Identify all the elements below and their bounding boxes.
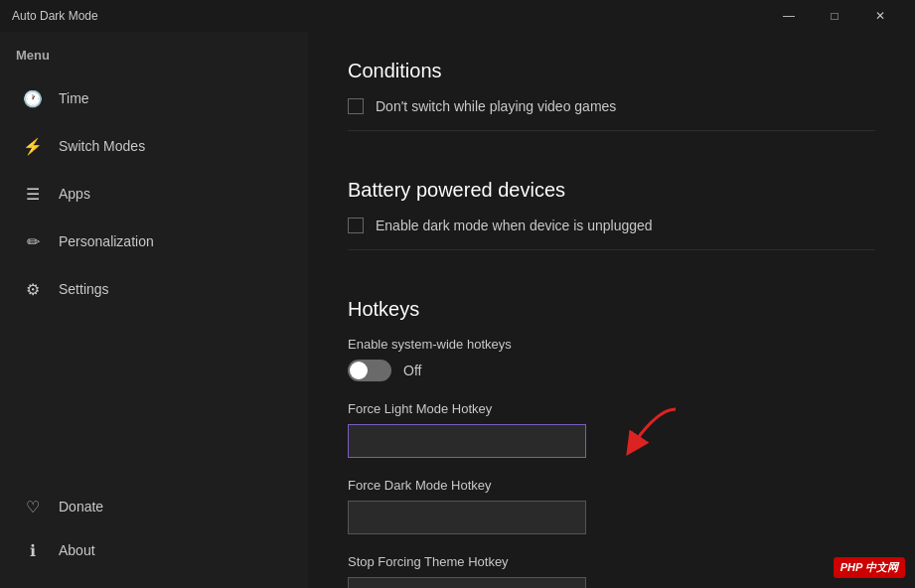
sidebar-item-apps[interactable]: ☰ Apps: [0, 170, 308, 218]
sidebar-item-personalization-label: Personalization: [59, 233, 154, 249]
about-icon: ℹ: [23, 540, 43, 560]
sidebar-bottom: ♡ Donate ℹ About: [0, 485, 308, 588]
menu-label: Menu: [0, 40, 308, 74]
battery-title: Battery powered devices: [348, 151, 875, 218]
sidebar-item-switch-modes-label: Switch Modes: [59, 138, 145, 154]
force-light-input[interactable]: [348, 424, 586, 458]
toggle-knob: [350, 362, 368, 379]
sidebar-item-time[interactable]: 🕐 Time: [0, 74, 308, 122]
force-light-label: Force Light Mode Hotkey: [348, 401, 875, 416]
donate-icon: ♡: [23, 497, 43, 516]
sidebar-item-apps-label: Apps: [59, 186, 90, 202]
apps-icon: ☰: [23, 184, 43, 204]
video-games-checkbox[interactable]: [348, 98, 364, 114]
title-bar: Auto Dark Mode — □ ✕: [0, 0, 915, 32]
sidebar-item-switch-modes[interactable]: ⚡ Switch Modes: [0, 122, 308, 170]
maximize-button[interactable]: □: [812, 0, 857, 32]
stop-forcing-input[interactable]: [348, 577, 586, 588]
window-controls: — □ ✕: [766, 0, 903, 32]
divider-1: [348, 130, 875, 131]
toggle-row: Off: [348, 360, 875, 381]
force-dark-input[interactable]: [348, 501, 586, 534]
app-title: Auto Dark Mode: [12, 9, 766, 23]
time-icon: 🕐: [23, 88, 43, 108]
sidebar-item-time-label: Time: [59, 90, 89, 106]
app-container: Menu 🕐 Time ⚡ Switch Modes ☰ Apps ✏ Pers…: [0, 32, 915, 588]
dark-mode-unplugged-checkbox[interactable]: [348, 218, 364, 233]
minimize-button[interactable]: —: [766, 0, 812, 32]
video-games-row: Don't switch while playing video games: [348, 98, 875, 114]
system-hotkeys-label: Enable system-wide hotkeys: [348, 337, 875, 352]
close-button[interactable]: ✕: [857, 0, 903, 32]
php-watermark: PHP 中文网: [834, 557, 905, 578]
force-dark-label: Force Dark Mode Hotkey: [348, 478, 875, 493]
bolt-icon: ⚡: [23, 136, 43, 156]
sidebar-item-donate-label: Donate: [59, 499, 103, 514]
force-light-container: [348, 424, 586, 478]
conditions-title: Conditions: [348, 32, 875, 98]
video-games-label: Don't switch while playing video games: [376, 98, 616, 114]
dark-mode-unplugged-label: Enable dark mode when device is unplugge…: [376, 218, 653, 233]
stop-forcing-label: Stop Forcing Theme Hotkey: [348, 554, 875, 569]
divider-2: [348, 249, 875, 250]
settings-icon: ⚙: [23, 279, 43, 299]
toggle-label: Off: [403, 363, 421, 378]
sidebar-item-settings-label: Settings: [59, 281, 109, 297]
system-hotkeys-toggle[interactable]: [348, 360, 391, 381]
main-content: Conditions Don't switch while playing vi…: [308, 32, 915, 588]
dark-mode-unplugged-row: Enable dark mode when device is unplugge…: [348, 218, 875, 233]
sidebar: Menu 🕐 Time ⚡ Switch Modes ☰ Apps ✏ Pers…: [0, 32, 308, 588]
sidebar-item-about[interactable]: ℹ About: [0, 528, 308, 572]
personalization-icon: ✏: [23, 231, 43, 251]
sidebar-item-about-label: About: [59, 542, 95, 558]
sidebar-item-personalization[interactable]: ✏ Personalization: [0, 218, 308, 265]
sidebar-item-settings[interactable]: ⚙ Settings: [0, 265, 308, 313]
sidebar-item-donate[interactable]: ♡ Donate: [0, 485, 308, 528]
hotkeys-title: Hotkeys: [348, 270, 875, 337]
